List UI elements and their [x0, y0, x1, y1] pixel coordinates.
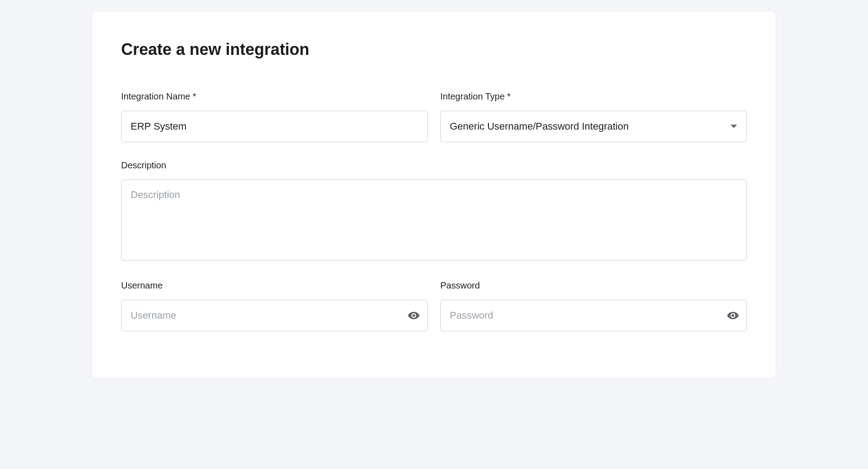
field-password: Password	[440, 280, 747, 331]
username-visibility-toggle[interactable]	[406, 308, 421, 323]
description-label: Description	[121, 160, 747, 171]
create-integration-card: Create a new integration Integration Nam…	[92, 11, 776, 379]
integration-type-select[interactable]: Generic Username/Password Integration	[440, 111, 747, 142]
description-textarea[interactable]	[121, 180, 747, 261]
eye-icon	[727, 309, 739, 322]
field-integration-type: Integration Type * Generic Username/Pass…	[440, 91, 747, 142]
integration-name-input[interactable]	[121, 111, 428, 142]
field-integration-name: Integration Name *	[121, 91, 428, 142]
field-username: Username	[121, 280, 428, 331]
row-credentials: Username Password	[121, 280, 747, 331]
field-description: Description	[121, 160, 747, 262]
chevron-down-icon	[730, 124, 737, 129]
password-label: Password	[440, 280, 747, 291]
username-label: Username	[121, 280, 428, 291]
eye-icon	[407, 309, 420, 322]
username-input[interactable]	[121, 300, 428, 331]
password-input[interactable]	[440, 300, 747, 331]
password-visibility-toggle[interactable]	[725, 308, 741, 323]
page-title: Create a new integration	[121, 40, 747, 59]
row-description: Description	[121, 160, 747, 262]
row-name-type: Integration Name * Integration Type * Ge…	[121, 91, 747, 142]
integration-type-value: Generic Username/Password Integration	[450, 121, 628, 132]
integration-type-label: Integration Type *	[440, 91, 747, 102]
integration-name-label: Integration Name *	[121, 91, 428, 102]
